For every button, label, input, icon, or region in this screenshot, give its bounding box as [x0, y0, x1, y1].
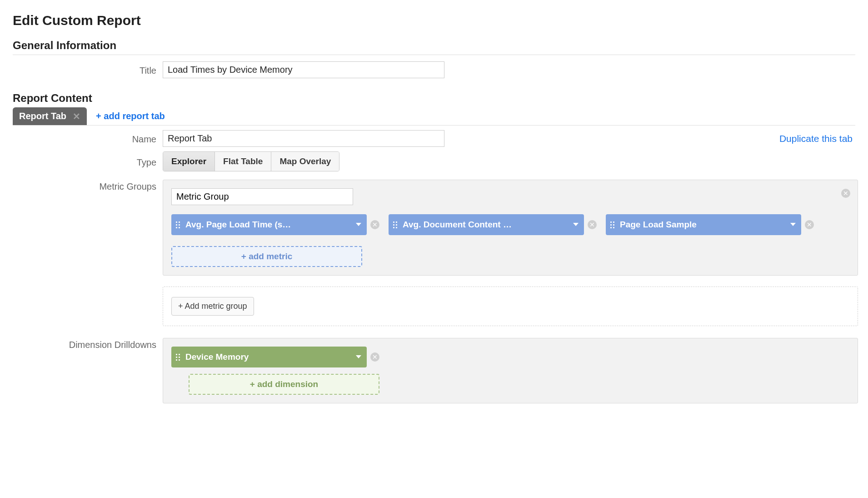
tab-name-label: Name — [13, 132, 163, 145]
remove-metric-group-button[interactable]: ✕ — [841, 186, 850, 198]
metric-chip-wrap: Avg. Page Load Time (s… ✕ — [171, 214, 379, 235]
section-report-content: Report Content — [13, 92, 855, 106]
metric-chip-label: Page Load Sample — [620, 220, 786, 230]
close-icon: ✕ — [370, 220, 379, 229]
add-metric-group-button[interactable]: + Add metric group — [171, 297, 254, 316]
caret-down-icon — [356, 223, 361, 226]
metric-chip-page-load-sample[interactable]: Page Load Sample — [606, 214, 801, 235]
report-tabs-bar: Report Tab ✕ + add report tab — [13, 107, 855, 126]
metric-groups-row: Metric Groups ✕ Avg. Page Load Time (s… … — [13, 180, 855, 326]
dimension-drilldowns-box: Device Memory ✕ + add dimension — [163, 338, 858, 403]
metric-groups-label: Metric Groups — [13, 180, 163, 192]
dimension-drilldowns-row: Dimension Drilldowns Device Memory ✕ + a… — [13, 338, 855, 403]
duplicate-tab-link[interactable]: Duplicate this tab — [779, 133, 855, 144]
type-option-map-overlay[interactable]: Map Overlay — [271, 152, 339, 171]
drag-handle-icon[interactable] — [176, 221, 180, 228]
caret-down-icon — [356, 355, 361, 359]
metric-chip-wrap: Page Load Sample ✕ — [606, 214, 814, 235]
title-row: Title — [13, 61, 855, 78]
caret-down-icon — [790, 223, 796, 226]
tab-type-segmented: Explorer Flat Table Map Overlay — [163, 151, 339, 171]
add-metric-button[interactable]: + add metric — [171, 246, 362, 267]
metric-chip-label: Avg. Document Content … — [403, 220, 569, 230]
report-tab-active[interactable]: Report Tab ✕ — [13, 107, 87, 125]
close-icon: ✕ — [805, 220, 814, 229]
drag-handle-icon[interactable] — [176, 354, 180, 361]
type-option-flat-table[interactable]: Flat Table — [215, 152, 271, 171]
metric-chip-row: Avg. Page Load Time (s… ✕ Avg. Document … — [171, 214, 849, 267]
tab-type-row: Type Explorer Flat Table Map Overlay — [13, 151, 855, 171]
close-icon: ✕ — [841, 189, 850, 198]
metric-group-box: ✕ Avg. Page Load Time (s… ✕ — [163, 180, 858, 276]
svg-marker-2 — [790, 223, 796, 226]
close-icon: ✕ — [370, 352, 379, 362]
divider — [13, 55, 855, 55]
svg-marker-1 — [573, 223, 579, 226]
metric-chip-wrap: Avg. Document Content … ✕ — [389, 214, 597, 235]
metric-chip-label: Avg. Page Load Time (s… — [185, 220, 351, 230]
report-tab-label: Report Tab — [19, 111, 66, 121]
remove-metric-button[interactable]: ✕ — [805, 220, 814, 229]
close-icon: ✕ — [588, 220, 597, 229]
caret-down-icon — [573, 223, 579, 226]
title-label: Title — [13, 64, 163, 76]
drag-handle-icon[interactable] — [393, 221, 397, 228]
type-option-explorer[interactable]: Explorer — [163, 152, 215, 171]
close-icon[interactable]: ✕ — [73, 112, 80, 121]
tab-type-label: Type — [13, 156, 163, 168]
dimension-drilldowns-label: Dimension Drilldowns — [13, 338, 163, 350]
dimension-chip-wrap: Device Memory ✕ — [171, 347, 849, 367]
tab-name-row: Name Duplicate this tab — [13, 130, 855, 147]
edit-custom-report-page: Edit Custom Report General Information T… — [0, 0, 868, 417]
dimension-chip-label: Device Memory — [185, 352, 351, 362]
add-metric-group-box: + Add metric group — [163, 287, 858, 326]
add-dimension-button[interactable]: + add dimension — [189, 374, 379, 395]
svg-marker-3 — [356, 355, 361, 358]
tab-name-input[interactable] — [163, 130, 444, 147]
remove-metric-button[interactable]: ✕ — [588, 220, 597, 229]
metric-group-name-input[interactable] — [171, 188, 353, 205]
metric-chip-avg-document-content[interactable]: Avg. Document Content … — [389, 214, 584, 235]
metric-chip-avg-page-load-time[interactable]: Avg. Page Load Time (s… — [171, 214, 367, 235]
report-title-input[interactable] — [163, 61, 444, 78]
svg-marker-0 — [356, 223, 361, 226]
remove-dimension-button[interactable]: ✕ — [370, 352, 379, 362]
dimension-chip-device-memory[interactable]: Device Memory — [171, 347, 367, 367]
section-general-information: General Information — [13, 39, 855, 53]
remove-metric-button[interactable]: ✕ — [370, 220, 379, 229]
add-report-tab-button[interactable]: + add report tab — [94, 107, 167, 125]
page-title: Edit Custom Report — [13, 13, 855, 28]
drag-handle-icon[interactable] — [610, 221, 614, 228]
dimension-chip-column: Device Memory ✕ + add dimension — [171, 347, 849, 395]
